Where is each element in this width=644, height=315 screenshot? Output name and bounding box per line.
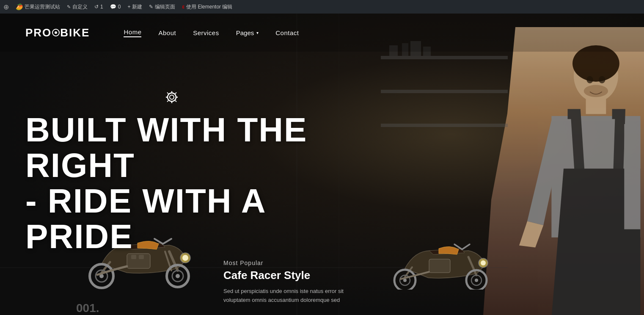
- admin-bar-comments[interactable]: 💬 0: [110, 4, 121, 10]
- svg-point-33: [182, 255, 188, 261]
- product-card-description: Sed ut perspiciatis unde omnis iste natu…: [223, 287, 352, 305]
- svg-point-17: [170, 95, 174, 99]
- hero-title-line2: - RIDE WITH A PRIDE: [25, 182, 265, 255]
- nav-contact[interactable]: Contact: [275, 29, 299, 36]
- logo-circle-icon: [52, 29, 60, 36]
- svg-line-23: [175, 100, 176, 102]
- logo-pro-text: PRO: [25, 26, 52, 39]
- admin-bar-customize[interactable]: ✎ 自定义: [67, 3, 88, 11]
- svg-rect-6: [381, 56, 508, 59]
- admin-bar-edit-page[interactable]: ✎ 编辑页面: [149, 3, 175, 11]
- nav-home[interactable]: Home: [124, 28, 141, 37]
- pencil-icon: ✎: [67, 4, 71, 10]
- admin-bar-elementor[interactable]: ε 使用 Elementor 编辑: [182, 3, 232, 11]
- svg-point-16: [168, 93, 176, 101]
- nav-links: Home About Services Pages ▾ Contact: [124, 28, 299, 37]
- hero-title: BUILT WITH THE RIGHT - RIDE WITH A PRIDE: [25, 112, 322, 254]
- admin-bar: ⊕ 🥭 芒果运营测试站 ✎ 自定义 ↺ 1 💬 0 + 新建 ✎ 编辑页面 ε …: [0, 0, 644, 14]
- svg-rect-36: [139, 255, 144, 259]
- svg-rect-8: [381, 124, 508, 127]
- motorcycle-right: [382, 222, 492, 290]
- comment-icon: 💬: [110, 4, 116, 10]
- svg-point-42: [475, 279, 478, 282]
- nav-about[interactable]: About: [158, 29, 176, 36]
- svg-rect-7: [381, 90, 508, 93]
- sprocket-icon: [165, 90, 179, 104]
- product-card-title: Cafe Racer Style: [223, 269, 352, 282]
- hero-content: BUILT WITH THE RIGHT - RIDE WITH A PRIDE: [25, 90, 322, 254]
- navbar: PRO BIKE Home About Services Pages ▾ Con…: [0, 14, 644, 52]
- admin-bar-revisions[interactable]: ↺ 1: [94, 4, 103, 10]
- product-card-label: Most Popular: [223, 260, 352, 266]
- admin-bar-wp-logo[interactable]: ⊕: [3, 3, 9, 11]
- nav-services[interactable]: Services: [193, 29, 219, 36]
- svg-line-24: [175, 92, 176, 94]
- svg-line-22: [167, 92, 168, 94]
- mango-icon: 🥭: [16, 3, 23, 10]
- svg-rect-45: [429, 259, 450, 273]
- wp-logo-icon: ⊕: [3, 3, 9, 11]
- logo[interactable]: PRO BIKE: [25, 26, 90, 39]
- svg-line-25: [167, 100, 168, 102]
- admin-bar-new[interactable]: + 新建: [127, 3, 142, 11]
- hero-title-line1: BUILT WITH THE RIGHT: [25, 111, 307, 184]
- nav-pages-dropdown[interactable]: Pages ▾: [236, 29, 259, 36]
- svg-point-44: [481, 260, 486, 265]
- edit-page-icon: ✎: [149, 4, 153, 10]
- svg-rect-35: [131, 255, 136, 259]
- logo-bike-text: BIKE: [60, 26, 90, 39]
- nav-pages-label: Pages: [236, 29, 254, 36]
- revisions-icon: ↺: [94, 4, 99, 10]
- admin-bar-site-name[interactable]: 🥭 芒果运营测试站: [16, 3, 60, 11]
- plus-icon: +: [127, 4, 130, 10]
- item-number: 001.: [76, 301, 99, 315]
- chevron-down-icon: ▾: [256, 30, 259, 35]
- svg-point-31: [176, 274, 180, 278]
- product-card: Most Popular Cafe Racer Style Sed ut per…: [212, 249, 364, 315]
- hero-section: PRO BIKE Home About Services Pages ▾ Con…: [0, 14, 644, 315]
- elementor-icon: ε: [182, 4, 184, 10]
- svg-rect-34: [127, 254, 150, 268]
